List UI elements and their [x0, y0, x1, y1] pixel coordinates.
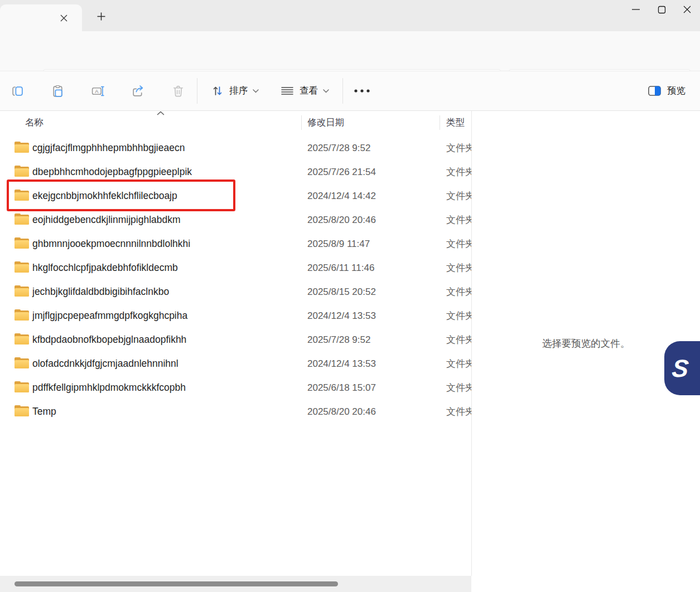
chevron-down-icon — [253, 89, 259, 93]
file-name: cgjgjfacjflmgphhhepmbhhbgjieaecn — [32, 136, 185, 160]
file-type: 文件夹 — [446, 352, 471, 376]
file-name: olofadcdnkkjdfgjcmjaadnlehnnihnl — [32, 352, 178, 376]
file-name: hkglfocchlcpfjpakdebhfofikldecmb — [32, 256, 178, 280]
table-row[interactable]: Temp 2025/8/20 20:46 文件夹 — [0, 400, 471, 424]
file-type: 文件夹 — [446, 208, 471, 232]
new-tab-button[interactable] — [91, 8, 110, 25]
table-row[interactable]: ghbmnnjooekpmoecnnnilnnbdlolhkhi 2025/8/… — [0, 232, 471, 256]
plus-icon — [96, 12, 106, 21]
rename-button[interactable]: A — [85, 79, 110, 103]
file-list-pane: 名称 修改日期 类型 cgjgjfacjflmgphhhepmbhhbgjiea… — [0, 111, 471, 576]
table-row[interactable]: hkglfocchlcpfjpakdebhfofikldecmb 2025/6/… — [0, 256, 471, 280]
folder-icon — [15, 358, 29, 370]
tab-bar — [0, 0, 700, 31]
file-name: pdffkfellgipmhklpdmokmckkkfcopbh — [32, 376, 186, 400]
file-explorer-window: … Edge User Data Default Extensions — [0, 0, 700, 592]
paste-icon — [51, 84, 65, 98]
file-date: 2025/6/18 15:07 — [307, 376, 376, 400]
file-name: jmjflgjpcpepeafmmgdpfkogkghcpiha — [32, 304, 187, 328]
close-window-button[interactable] — [674, 0, 700, 19]
preview-empty-text: 选择要预览的文件。 — [542, 337, 630, 350]
copy-button[interactable] — [5, 79, 30, 103]
preview-toggle-button[interactable]: 预览 — [640, 79, 693, 103]
column-header-date[interactable]: 修改日期 — [307, 111, 344, 134]
minimize-icon — [631, 5, 640, 14]
table-row[interactable]: kfbdpdaobnofkbopebjglnaadopfikhh 2025/7/… — [0, 328, 471, 352]
folder-icon — [15, 167, 29, 178]
folder-icon — [15, 143, 29, 154]
folder-icon — [15, 287, 29, 298]
column-header-label: 修改日期 — [307, 117, 344, 129]
file-date: 2025/7/28 9:52 — [307, 136, 370, 160]
preview-pane: 选择要预览的文件。 — [472, 111, 700, 576]
scrollbar-thumb[interactable] — [15, 581, 338, 586]
column-header-name[interactable]: 名称 — [25, 111, 44, 134]
rename-icon: A — [91, 84, 105, 98]
folder-icon — [15, 334, 29, 346]
preview-pane-icon — [648, 85, 662, 97]
table-row[interactable]: jmjflgjpcpepeafmmgdpfkogkghcpiha 2024/12… — [0, 304, 471, 328]
toolbar-left-group: A — [0, 79, 190, 103]
file-name: jechbjkglifdaldbdbigibihfaclnkbo — [32, 280, 169, 304]
file-name: kfbdpdaobnofkbopebjglnaadopfikhh — [32, 328, 186, 352]
table-row[interactable]: olofadcdnkkjdfgjcmjaadnlehnnihnl 2024/12… — [0, 352, 471, 376]
share-button[interactable] — [125, 79, 150, 103]
sort-button[interactable]: 排序 — [204, 79, 265, 103]
address-bar-row: … Edge User Data Default Extensions — [0, 31, 700, 71]
view-lines-icon — [280, 84, 295, 98]
file-list: cgjgjfacjflmgphhhepmbhhbgjieaecn 2025/7/… — [0, 136, 471, 424]
file-date: 2025/7/28 9:52 — [307, 328, 370, 352]
table-row[interactable]: pdffkfellgipmhklpdmokmckkkfcopbh 2025/6/… — [0, 376, 471, 400]
horizontal-scrollbar[interactable] — [0, 576, 471, 592]
sidebar-extension-badge[interactable]: S — [664, 341, 700, 395]
explorer-tab[interactable] — [0, 4, 82, 31]
sort-ascending-icon — [157, 111, 165, 115]
file-date: 2025/8/20 20:46 — [307, 208, 376, 232]
file-name: eojhiddgebencdkjlinmijpighlabdkm — [32, 208, 181, 232]
file-name: Temp — [32, 400, 56, 424]
file-date: 2025/7/26 21:54 — [307, 160, 376, 184]
folder-icon — [15, 310, 29, 322]
badge-letter: S — [671, 356, 690, 381]
svg-text:A: A — [95, 89, 99, 94]
view-button[interactable]: 查看 — [273, 79, 336, 103]
close-icon — [60, 14, 68, 22]
table-row[interactable]: ekejgcnbbjmokhhfeklchflilecboajp 2024/12… — [0, 184, 471, 208]
file-type: 文件夹 — [446, 376, 471, 400]
table-row[interactable]: dbepbhhcmhodojepbagfppgpieeplpik 2025/7/… — [0, 160, 471, 184]
minimize-button[interactable] — [623, 0, 649, 19]
column-header-type[interactable]: 类型 — [446, 111, 465, 134]
table-row[interactable]: jechbjkglifdaldbdbigibihfaclnkbo 2025/8/… — [0, 280, 471, 304]
table-row[interactable]: cgjgjfacjflmgphhhepmbhhbgjieaecn 2025/7/… — [0, 136, 471, 160]
column-divider[interactable] — [440, 115, 440, 130]
file-date: 2025/8/9 11:47 — [307, 232, 370, 256]
file-type: 文件夹 — [446, 136, 471, 160]
file-type: 文件夹 — [446, 304, 471, 328]
chevron-down-icon — [323, 89, 329, 93]
close-icon — [683, 5, 692, 14]
file-name: ghbmnnjooekpmoecnnnilnnbdlolhkhi — [32, 232, 190, 256]
trash-icon — [171, 84, 185, 98]
preview-label: 预览 — [667, 85, 685, 97]
file-date: 2024/12/4 14:42 — [307, 184, 376, 208]
column-headers: 名称 修改日期 类型 — [0, 111, 471, 134]
file-name: dbepbhhcmhodojepbagfppgpieeplpik — [32, 160, 192, 184]
copy-icon — [11, 84, 25, 98]
maximize-button[interactable] — [649, 0, 674, 19]
file-date: 2024/12/4 13:53 — [307, 304, 376, 328]
folder-icon — [15, 215, 29, 226]
column-header-label: 名称 — [25, 117, 44, 129]
paste-button[interactable] — [45, 79, 70, 103]
file-type: 文件夹 — [446, 184, 471, 208]
file-name: ekejgcnbbjmokhhfeklchflilecboajp — [32, 184, 177, 208]
table-row[interactable]: eojhiddgebencdkjlinmijpighlabdkm 2025/8/… — [0, 208, 471, 232]
column-header-label: 类型 — [446, 117, 465, 129]
folder-icon — [15, 239, 29, 250]
folder-icon — [15, 263, 29, 274]
column-divider[interactable] — [301, 115, 302, 130]
maximize-icon — [658, 6, 666, 14]
tab-close-button[interactable] — [56, 10, 71, 26]
more-options-button[interactable] — [350, 79, 374, 103]
file-type: 文件夹 — [446, 328, 471, 352]
delete-button[interactable] — [166, 79, 190, 103]
